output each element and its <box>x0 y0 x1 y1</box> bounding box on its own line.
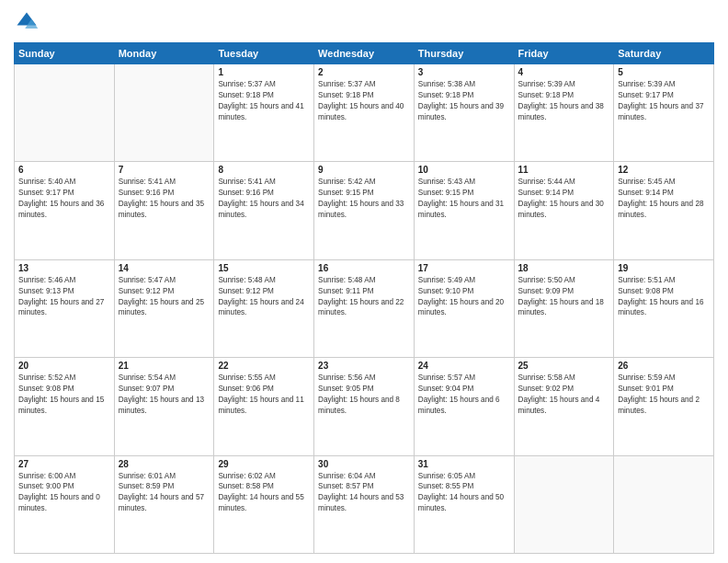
day-number: 5 <box>618 67 710 77</box>
day-number: 4 <box>518 67 610 77</box>
day-number: 24 <box>418 361 510 371</box>
day-number: 14 <box>119 263 210 273</box>
day-info: Sunrise: 5:42 AMSunset: 9:15 PMDaylight:… <box>318 177 410 221</box>
day-number: 30 <box>318 459 410 469</box>
calendar-cell <box>614 455 714 553</box>
day-number: 22 <box>218 361 310 371</box>
day-number: 12 <box>618 165 710 175</box>
calendar-cell: 28Sunrise: 6:01 AMSunset: 8:59 PMDayligh… <box>114 455 214 553</box>
calendar-cell: 21Sunrise: 5:54 AMSunset: 9:07 PMDayligh… <box>114 358 214 455</box>
day-number: 2 <box>318 67 410 77</box>
calendar-cell: 23Sunrise: 5:56 AMSunset: 9:05 PMDayligh… <box>314 358 415 455</box>
day-number: 28 <box>119 459 210 469</box>
calendar-cell: 22Sunrise: 5:55 AMSunset: 9:06 PMDayligh… <box>214 358 314 455</box>
calendar-cell: 6Sunrise: 5:40 AMSunset: 9:17 PMDaylight… <box>15 162 115 259</box>
day-info: Sunrise: 5:57 AMSunset: 9:04 PMDaylight:… <box>418 373 510 417</box>
day-info: Sunrise: 5:39 AMSunset: 9:17 PMDaylight:… <box>618 79 710 123</box>
calendar-cell: 31Sunrise: 6:05 AMSunset: 8:55 PMDayligh… <box>414 455 514 553</box>
calendar-cell: 4Sunrise: 5:39 AMSunset: 9:18 PMDaylight… <box>514 64 614 162</box>
day-info: Sunrise: 5:38 AMSunset: 9:18 PMDaylight:… <box>418 79 510 123</box>
calendar-cell: 18Sunrise: 5:50 AMSunset: 9:09 PMDayligh… <box>514 259 614 357</box>
calendar-table: SundayMondayTuesdayWednesdayThursdayFrid… <box>14 42 714 554</box>
day-info: Sunrise: 5:46 AMSunset: 9:13 PMDaylight:… <box>18 275 110 319</box>
logo <box>14 9 43 35</box>
calendar-cell <box>15 64 115 162</box>
calendar-cell: 3Sunrise: 5:38 AMSunset: 9:18 PMDaylight… <box>414 64 514 162</box>
day-info: Sunrise: 6:04 AMSunset: 8:57 PMDaylight:… <box>318 471 410 515</box>
weekday-header-friday: Friday <box>514 43 614 64</box>
day-number: 27 <box>18 459 110 469</box>
week-row-5: 27Sunrise: 6:00 AMSunset: 9:00 PMDayligh… <box>15 455 714 553</box>
weekday-header-thursday: Thursday <box>414 43 514 64</box>
day-info: Sunrise: 5:40 AMSunset: 9:17 PMDaylight:… <box>18 177 110 221</box>
day-number: 7 <box>119 165 210 175</box>
week-row-2: 6Sunrise: 5:40 AMSunset: 9:17 PMDaylight… <box>15 162 714 259</box>
day-info: Sunrise: 6:01 AMSunset: 8:59 PMDaylight:… <box>119 471 210 515</box>
page: SundayMondayTuesdayWednesdayThursdayFrid… <box>0 0 728 563</box>
calendar-cell: 10Sunrise: 5:43 AMSunset: 9:15 PMDayligh… <box>414 162 514 259</box>
day-info: Sunrise: 5:51 AMSunset: 9:08 PMDaylight:… <box>618 275 710 319</box>
calendar-cell: 16Sunrise: 5:48 AMSunset: 9:11 PMDayligh… <box>314 259 415 357</box>
calendar-cell: 2Sunrise: 5:37 AMSunset: 9:18 PMDaylight… <box>314 64 415 162</box>
week-row-3: 13Sunrise: 5:46 AMSunset: 9:13 PMDayligh… <box>15 259 714 357</box>
calendar-cell: 15Sunrise: 5:48 AMSunset: 9:12 PMDayligh… <box>214 259 314 357</box>
day-number: 20 <box>18 361 110 371</box>
day-number: 3 <box>418 67 510 77</box>
day-info: Sunrise: 5:39 AMSunset: 9:18 PMDaylight:… <box>518 79 610 123</box>
calendar-cell: 8Sunrise: 5:41 AMSunset: 9:16 PMDaylight… <box>214 162 314 259</box>
calendar-cell: 9Sunrise: 5:42 AMSunset: 9:15 PMDaylight… <box>314 162 415 259</box>
weekday-header-row: SundayMondayTuesdayWednesdayThursdayFrid… <box>15 43 714 64</box>
calendar-cell <box>114 64 214 162</box>
day-info: Sunrise: 5:49 AMSunset: 9:10 PMDaylight:… <box>418 275 510 319</box>
day-info: Sunrise: 5:47 AMSunset: 9:12 PMDaylight:… <box>119 275 210 319</box>
day-info: Sunrise: 5:52 AMSunset: 9:08 PMDaylight:… <box>18 373 110 417</box>
day-number: 25 <box>518 361 610 371</box>
day-number: 11 <box>518 165 610 175</box>
day-number: 19 <box>618 263 710 273</box>
weekday-header-saturday: Saturday <box>614 43 714 64</box>
day-info: Sunrise: 5:45 AMSunset: 9:14 PMDaylight:… <box>618 177 710 221</box>
day-info: Sunrise: 6:02 AMSunset: 8:58 PMDaylight:… <box>218 471 310 515</box>
calendar-cell: 19Sunrise: 5:51 AMSunset: 9:08 PMDayligh… <box>614 259 714 357</box>
day-number: 29 <box>218 459 310 469</box>
day-number: 1 <box>218 67 310 77</box>
day-number: 23 <box>318 361 410 371</box>
week-row-4: 20Sunrise: 5:52 AMSunset: 9:08 PMDayligh… <box>15 358 714 455</box>
calendar-cell: 26Sunrise: 5:59 AMSunset: 9:01 PMDayligh… <box>614 358 714 455</box>
weekday-header-tuesday: Tuesday <box>214 43 314 64</box>
calendar-cell: 13Sunrise: 5:46 AMSunset: 9:13 PMDayligh… <box>15 259 115 357</box>
day-info: Sunrise: 5:41 AMSunset: 9:16 PMDaylight:… <box>119 177 210 221</box>
day-info: Sunrise: 5:43 AMSunset: 9:15 PMDaylight:… <box>418 177 510 221</box>
day-info: Sunrise: 6:00 AMSunset: 9:00 PMDaylight:… <box>18 471 110 515</box>
day-info: Sunrise: 5:41 AMSunset: 9:16 PMDaylight:… <box>218 177 310 221</box>
day-number: 26 <box>618 361 710 371</box>
header <box>14 9 714 35</box>
day-info: Sunrise: 5:55 AMSunset: 9:06 PMDaylight:… <box>218 373 310 417</box>
day-number: 16 <box>318 263 410 273</box>
day-info: Sunrise: 5:54 AMSunset: 9:07 PMDaylight:… <box>119 373 210 417</box>
calendar-cell: 11Sunrise: 5:44 AMSunset: 9:14 PMDayligh… <box>514 162 614 259</box>
calendar-cell: 1Sunrise: 5:37 AMSunset: 9:18 PMDaylight… <box>214 64 314 162</box>
day-info: Sunrise: 5:56 AMSunset: 9:05 PMDaylight:… <box>318 373 410 417</box>
calendar-cell: 20Sunrise: 5:52 AMSunset: 9:08 PMDayligh… <box>15 358 115 455</box>
day-info: Sunrise: 5:58 AMSunset: 9:02 PMDaylight:… <box>518 373 610 417</box>
day-info: Sunrise: 5:44 AMSunset: 9:14 PMDaylight:… <box>518 177 610 221</box>
day-info: Sunrise: 5:48 AMSunset: 9:11 PMDaylight:… <box>318 275 410 319</box>
calendar-cell: 14Sunrise: 5:47 AMSunset: 9:12 PMDayligh… <box>114 259 214 357</box>
logo-icon <box>14 9 40 35</box>
day-info: Sunrise: 5:48 AMSunset: 9:12 PMDaylight:… <box>218 275 310 319</box>
calendar-cell: 29Sunrise: 6:02 AMSunset: 8:58 PMDayligh… <box>214 455 314 553</box>
calendar-cell: 25Sunrise: 5:58 AMSunset: 9:02 PMDayligh… <box>514 358 614 455</box>
calendar-cell: 27Sunrise: 6:00 AMSunset: 9:00 PMDayligh… <box>15 455 115 553</box>
day-info: Sunrise: 5:59 AMSunset: 9:01 PMDaylight:… <box>618 373 710 417</box>
day-number: 21 <box>119 361 210 371</box>
day-number: 6 <box>18 165 110 175</box>
day-number: 13 <box>18 263 110 273</box>
day-info: Sunrise: 6:05 AMSunset: 8:55 PMDaylight:… <box>418 471 510 515</box>
calendar-cell: 24Sunrise: 5:57 AMSunset: 9:04 PMDayligh… <box>414 358 514 455</box>
calendar-cell: 30Sunrise: 6:04 AMSunset: 8:57 PMDayligh… <box>314 455 415 553</box>
day-info: Sunrise: 5:37 AMSunset: 9:18 PMDaylight:… <box>218 79 310 123</box>
day-number: 17 <box>418 263 510 273</box>
day-number: 9 <box>318 165 410 175</box>
day-number: 31 <box>418 459 510 469</box>
